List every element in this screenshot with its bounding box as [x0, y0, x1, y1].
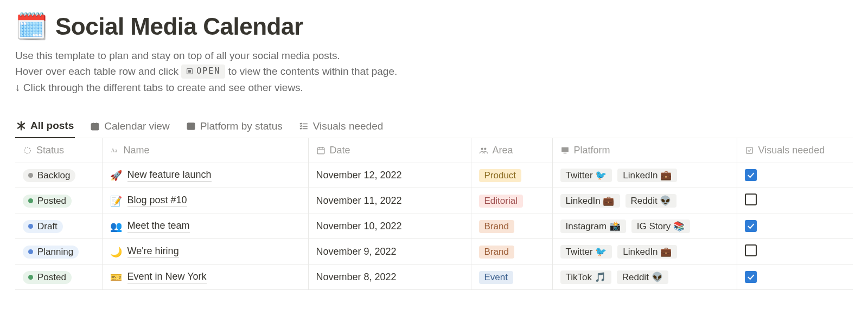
platform-chip[interactable]: Twitter 🐦 — [560, 169, 612, 182]
header-label: Visuals needed — [758, 145, 825, 156]
tab-label: Visuals needed — [313, 120, 384, 132]
area-label: Product — [484, 170, 516, 181]
tab-all-posts[interactable]: All posts — [15, 117, 75, 138]
table-row[interactable]: Posted 🎫 Event in New YorkNovember 8, 20… — [15, 265, 853, 290]
platform-cell: LinkedIn 💼 Reddit 👽 — [560, 194, 729, 208]
date-cell[interactable]: November 8, 2022 — [308, 265, 471, 290]
row-emoji: 🚀 — [110, 170, 122, 182]
svg-rect-1 — [188, 70, 191, 73]
header-label: Platform — [574, 145, 610, 156]
platform-cell: Twitter 🐦 LinkedIn 💼 — [560, 245, 729, 259]
tab-label: Platform by status — [200, 120, 283, 132]
header-label: Name — [124, 145, 150, 156]
status-pill[interactable]: Posted — [23, 271, 72, 284]
date-cell[interactable]: November 11, 2022 — [308, 188, 471, 214]
tab-label: All posts — [30, 120, 74, 132]
platform-chip[interactable]: LinkedIn 💼 — [617, 169, 677, 182]
visuals-checkbox[interactable] — [745, 169, 757, 181]
area-tag[interactable]: Editorial — [479, 195, 523, 208]
platform-label: Instagram 📸 — [566, 221, 621, 232]
table-row[interactable]: Planning 🌙 We're hiringNovember 9, 2022 … — [15, 239, 853, 265]
svg-rect-2 — [91, 124, 99, 130]
svg-point-4 — [24, 147, 30, 153]
platform-chip[interactable]: IG Story 📚 — [631, 220, 690, 233]
header-label: Date — [330, 145, 350, 156]
svg-rect-9 — [561, 147, 569, 152]
page-title[interactable]: Social Media Calendar — [55, 13, 303, 40]
desc-line-1: Use this template to plan and stay on to… — [15, 48, 853, 63]
visuals-checkbox[interactable] — [745, 193, 757, 205]
page-description: Use this template to plan and stay on to… — [15, 48, 853, 95]
name-cell[interactable]: 🌙 We're hiring — [110, 246, 301, 258]
col-visuals-header[interactable]: Visuals needed — [737, 138, 853, 163]
platform-chip[interactable]: Reddit 👽 — [617, 270, 668, 284]
header-label: Area — [493, 145, 513, 156]
open-icon — [186, 68, 193, 75]
status-label: Posted — [37, 272, 66, 283]
header-label: Status — [36, 145, 64, 156]
desc-line-3: ↓ Click through the different tabs to cr… — [15, 80, 853, 95]
platform-chip[interactable]: Reddit 👽 — [626, 194, 677, 208]
row-name: Event in New York — [127, 271, 207, 283]
area-tag[interactable]: Event — [479, 271, 513, 284]
date-cell[interactable]: November 12, 2022 — [308, 163, 471, 188]
date-cell[interactable]: November 10, 2022 — [308, 214, 471, 239]
platform-label: IG Story 📚 — [637, 221, 685, 232]
name-cell[interactable]: 👥 Meet the team — [110, 220, 301, 233]
name-cell[interactable]: 🎫 Event in New York — [110, 271, 301, 283]
tab-platform-by-status[interactable]: Platform by status — [185, 117, 284, 138]
visuals-checkbox[interactable] — [745, 244, 757, 256]
status-icon — [23, 146, 32, 155]
platform-label: Twitter 🐦 — [566, 170, 607, 181]
platform-chip[interactable]: LinkedIn 💼 — [560, 194, 620, 208]
platform-chip[interactable]: LinkedIn 💼 — [617, 245, 677, 259]
platform-chip[interactable]: Instagram 📸 — [560, 220, 626, 233]
col-date-header[interactable]: Date — [308, 138, 471, 163]
visuals-checkbox[interactable] — [745, 220, 757, 232]
status-pill[interactable]: Backlog — [23, 169, 75, 182]
status-pill[interactable]: Posted — [23, 195, 72, 208]
name-cell[interactable]: 📝 Blog post #10 — [110, 195, 301, 207]
platform-label: TikTok 🎵 — [566, 272, 606, 283]
svg-rect-11 — [746, 147, 752, 153]
status-pill[interactable]: Planning — [23, 246, 79, 259]
tab-visuals-needed[interactable]: Visuals needed — [298, 117, 385, 138]
platform-chip[interactable]: TikTok 🎵 — [560, 270, 611, 284]
row-name: Blog post #10 — [127, 195, 187, 207]
area-label: Editorial — [484, 196, 518, 207]
col-platform-header[interactable]: Platform — [552, 138, 737, 163]
area-tag[interactable]: Brand — [479, 246, 514, 259]
col-status-header[interactable]: Status — [15, 138, 102, 163]
page-emoji[interactable]: 🗓️ — [15, 14, 48, 40]
platform-chip[interactable]: Twitter 🐦 — [560, 245, 612, 259]
board-icon — [186, 121, 196, 131]
checkbox-icon — [745, 146, 754, 155]
name-cell[interactable]: 🚀 New feature launch — [110, 169, 301, 182]
row-emoji: 🌙 — [110, 246, 122, 258]
desc-text: Hover over each table row and click — [15, 66, 181, 77]
area-tag[interactable]: Product — [479, 169, 522, 182]
platform-label: LinkedIn 💼 — [623, 246, 672, 257]
date-cell[interactable]: November 9, 2022 — [308, 239, 471, 265]
area-label: Brand — [484, 221, 509, 232]
posts-table: Status Aa Name Date — [15, 138, 853, 290]
col-name-header[interactable]: Aa Name — [102, 138, 308, 163]
desc-line-2: Hover over each table row and click OPEN… — [15, 63, 853, 79]
list-icon — [299, 121, 309, 131]
date-text: November 8, 2022 — [316, 272, 397, 282]
table-row[interactable]: Draft 👥 Meet the teamNovember 10, 2022 B… — [15, 214, 853, 239]
row-name: We're hiring — [127, 246, 179, 258]
table-row[interactable]: Backlog 🚀 New feature launchNovember 12,… — [15, 163, 853, 188]
platform-label: Reddit 👽 — [622, 272, 663, 283]
area-tag[interactable]: Brand — [479, 220, 514, 233]
status-label: Planning — [37, 247, 73, 257]
status-dot-icon — [28, 275, 33, 280]
status-pill[interactable]: Draft — [23, 220, 63, 233]
visuals-checkbox[interactable] — [745, 271, 757, 283]
tab-calendar-view[interactable]: Calendar view — [89, 117, 170, 138]
col-area-header[interactable]: Area — [471, 138, 552, 163]
table-row[interactable]: Posted 📝 Blog post #10November 11, 2022 … — [15, 188, 853, 214]
calendar-icon — [316, 146, 326, 155]
svg-text:Aa: Aa — [111, 147, 117, 153]
open-label: OPEN — [196, 65, 220, 78]
